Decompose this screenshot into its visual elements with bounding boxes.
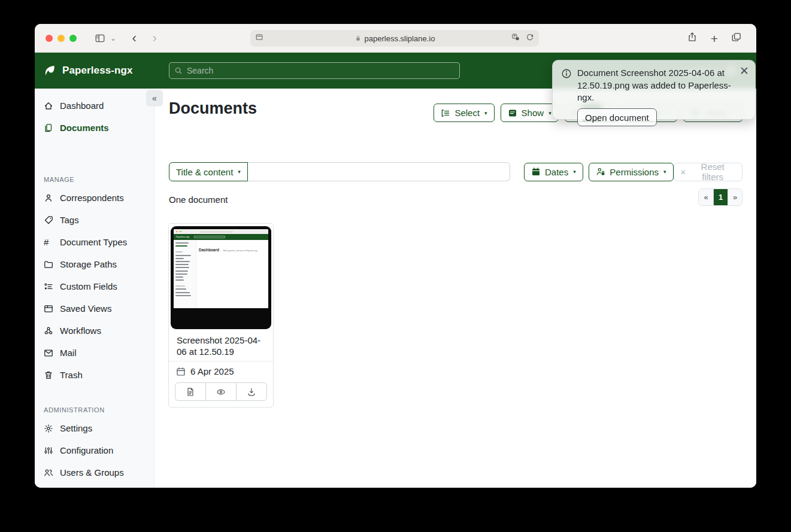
filter-text-input[interactable] bbox=[248, 162, 510, 181]
download-button[interactable] bbox=[236, 382, 267, 401]
zoom-window-button[interactable] bbox=[69, 35, 77, 42]
trash-icon bbox=[44, 370, 53, 380]
sidebar-item-label: Configuration bbox=[60, 445, 113, 455]
thumbnail-image: Paperless-ngx bbox=[171, 226, 271, 329]
sidebar-item-label: Mail bbox=[60, 348, 77, 358]
sliders-icon bbox=[44, 446, 53, 455]
document-title[interactable]: Screenshot 2025-04-06 at 12.50.19 bbox=[169, 330, 273, 361]
mail-icon bbox=[44, 348, 53, 358]
sidebar-item-mail[interactable]: Mail bbox=[35, 342, 154, 364]
sidebar-manage-heading: MANAGE bbox=[44, 176, 154, 183]
sidebar-collapse-button[interactable]: « bbox=[146, 90, 163, 107]
sidebar-item-users-groups[interactable]: Users & Groups bbox=[35, 461, 154, 484]
filter-row: Title & content ▾ Dates ▾ Permissions ▾ bbox=[169, 162, 742, 181]
folder-icon bbox=[44, 260, 53, 269]
sidebar: Dashboard Documents MANAGE Correspondent… bbox=[35, 89, 154, 488]
sidebar-item-label: Saved Views bbox=[60, 303, 111, 314]
app-title: Paperless-ngx bbox=[62, 65, 133, 77]
sidebar-item-workflows[interactable]: Workflows bbox=[35, 320, 154, 342]
dates-button[interactable]: Dates ▾ bbox=[524, 163, 583, 181]
sidebar-item-document-types[interactable]: # Document Types bbox=[35, 231, 154, 253]
sidebar-item-label: Dashboard bbox=[60, 101, 104, 111]
pagination-prev[interactable]: « bbox=[699, 189, 713, 205]
desktop-background: ⌄ ‹ › paperless.sliplane.io + bbox=[0, 0, 791, 532]
sidebar-item-label: Storage Paths bbox=[60, 259, 117, 269]
sidebar-item-settings[interactable]: Settings bbox=[35, 417, 154, 439]
tag-icon bbox=[44, 215, 53, 225]
forward-button[interactable]: › bbox=[147, 32, 162, 45]
gear-icon bbox=[44, 424, 53, 433]
sidebar-item-label: Correspondents bbox=[60, 193, 124, 203]
sidebar-item-dashboard[interactable]: Dashboard bbox=[35, 95, 154, 117]
close-window-button[interactable] bbox=[46, 35, 53, 42]
custom-fields-icon bbox=[44, 282, 53, 291]
reload-icon[interactable] bbox=[526, 33, 534, 44]
caret-down-icon: ▾ bbox=[484, 110, 487, 116]
document-thumbnail[interactable]: Paperless-ngx bbox=[169, 224, 273, 330]
sidebar-item-label: Users & Groups bbox=[60, 467, 124, 478]
caret-down-icon: ▾ bbox=[238, 169, 241, 175]
browser-sidebar-icon[interactable] bbox=[95, 33, 105, 44]
pagination-next[interactable]: » bbox=[728, 189, 742, 205]
person-icon bbox=[44, 193, 53, 203]
new-tab-button[interactable]: + bbox=[711, 32, 718, 45]
metadata-button[interactable] bbox=[175, 382, 206, 401]
sidebar-item-label: Settings bbox=[60, 423, 92, 433]
lock-icon bbox=[354, 35, 362, 42]
sidebar-item-label: Custom Fields bbox=[60, 281, 117, 291]
address-bar[interactable]: paperless.sliplane.io bbox=[250, 30, 539, 47]
sidebar-item-configuration[interactable]: Configuration bbox=[35, 439, 154, 461]
app-brand[interactable]: Paperless-ngx bbox=[43, 64, 133, 77]
search-icon bbox=[174, 66, 183, 75]
browser-toolbar: ⌄ ‹ › paperless.sliplane.io + bbox=[35, 24, 756, 53]
toast-close-button[interactable]: ✕ bbox=[740, 65, 749, 77]
x-icon: × bbox=[681, 167, 686, 177]
sidebar-item-label: Documents bbox=[60, 123, 109, 133]
window-controls bbox=[46, 35, 77, 42]
sidebar-item-saved-views[interactable]: Saved Views bbox=[35, 297, 154, 320]
document-count: One document bbox=[169, 194, 228, 205]
sidebar-item-label: Document Types bbox=[60, 237, 127, 247]
filter-input-group: Title & content ▾ bbox=[169, 162, 510, 181]
preview-button[interactable] bbox=[205, 382, 237, 401]
pagination-page-1[interactable]: 1 bbox=[713, 189, 728, 205]
minimize-window-button[interactable] bbox=[57, 35, 65, 42]
sidebar-item-correspondents[interactable]: Correspondents bbox=[35, 187, 154, 209]
share-icon[interactable] bbox=[687, 32, 698, 45]
caret-down-icon: ▾ bbox=[663, 169, 666, 175]
filter-field-dropdown[interactable]: Title & content ▾ bbox=[169, 162, 248, 181]
users-icon bbox=[44, 468, 53, 478]
sidebar-item-documents[interactable]: Documents bbox=[35, 117, 154, 139]
toast-notification: Document Screenshot 2025-04-06 at 12.50.… bbox=[552, 60, 756, 120]
search-input[interactable] bbox=[187, 66, 454, 75]
info-icon bbox=[561, 68, 572, 104]
show-button[interactable]: Show ▾ bbox=[501, 104, 559, 122]
sidebar-item-storage-paths[interactable]: Storage Paths bbox=[35, 253, 154, 275]
select-button[interactable]: Select ▾ bbox=[434, 104, 494, 122]
calendar-icon bbox=[531, 167, 541, 177]
sidebar-item-trash[interactable]: Trash bbox=[35, 364, 154, 386]
translate-icon[interactable] bbox=[511, 33, 520, 44]
permissions-button[interactable]: Permissions ▾ bbox=[589, 163, 673, 181]
calendar-outline-icon bbox=[176, 367, 186, 376]
reader-icon[interactable] bbox=[255, 33, 263, 44]
back-button[interactable]: ‹ bbox=[127, 32, 141, 45]
tab-overview-icon[interactable] bbox=[731, 32, 742, 45]
chevron-down-icon[interactable]: ⌄ bbox=[110, 34, 116, 42]
pagination: « 1 » bbox=[698, 189, 742, 206]
select-icon bbox=[441, 108, 450, 118]
sidebar-item-custom-fields[interactable]: Custom Fields bbox=[35, 275, 154, 297]
documents-icon bbox=[44, 123, 53, 133]
paperless-leaf-icon bbox=[43, 64, 56, 77]
sidebar-item-label: Tags bbox=[60, 215, 79, 225]
caret-down-icon: ▾ bbox=[573, 169, 576, 175]
document-date: 6 Apr 2025 bbox=[190, 366, 234, 376]
reset-filters-button[interactable]: × Reset filters bbox=[674, 163, 742, 181]
document-date-row: 6 Apr 2025 bbox=[169, 361, 273, 381]
sidebar-item-tags[interactable]: Tags bbox=[35, 209, 154, 231]
open-document-button[interactable]: Open document bbox=[577, 108, 657, 126]
caret-down-icon: ▾ bbox=[548, 110, 551, 116]
show-fields-icon bbox=[508, 108, 517, 118]
document-actions bbox=[169, 381, 273, 407]
hash-icon: # bbox=[44, 237, 53, 247]
